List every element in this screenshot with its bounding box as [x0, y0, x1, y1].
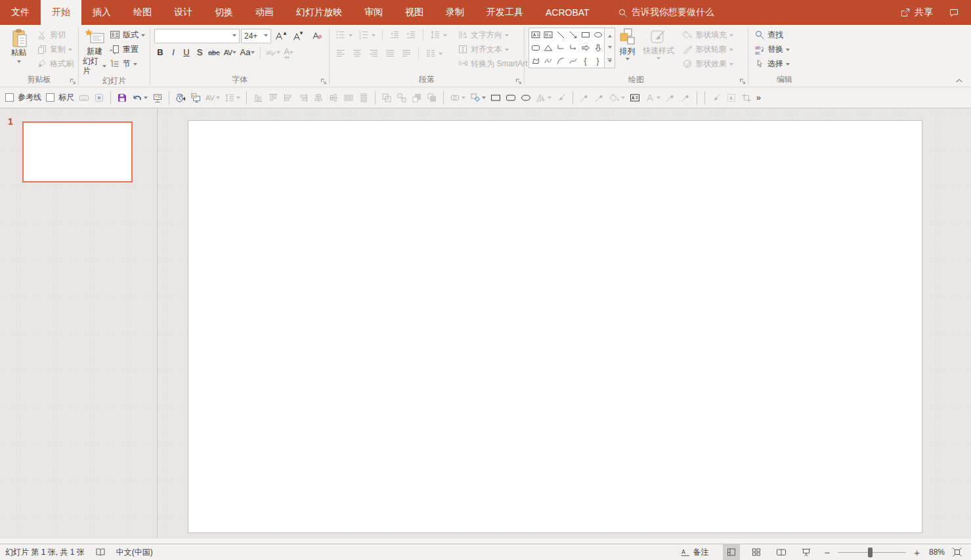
align-right-button[interactable]: [366, 46, 381, 60]
font-color-button[interactable]: A: [283, 45, 295, 60]
highlighter-tool-button[interactable]: [680, 93, 691, 103]
tab-design[interactable]: 设计: [163, 0, 204, 25]
ink-tools-button[interactable]: [556, 93, 567, 103]
shape-text-box-tool[interactable]: [529, 28, 542, 41]
align-bottom-button[interactable]: [253, 93, 263, 103]
tab-home[interactable]: 开始: [41, 0, 81, 25]
shape-rounded-rectangle-tool[interactable]: [529, 41, 542, 54]
fit-slide-to-window-button[interactable]: [949, 544, 966, 560]
select-objects-button[interactable]: [726, 93, 737, 103]
slide-counter[interactable]: 幻灯片 第 1 张, 共 1 张: [5, 544, 90, 560]
bold-button[interactable]: B: [154, 45, 166, 60]
zoom-slider[interactable]: [838, 552, 906, 553]
qat-format-painter-button[interactable]: [711, 93, 722, 103]
touch-keyboard-button[interactable]: [79, 93, 89, 103]
tab-developer[interactable]: 开发工具: [475, 0, 534, 25]
distribute-horizontally-button[interactable]: [343, 93, 354, 103]
shape-left-brace-tool[interactable]: {: [579, 54, 592, 68]
delete-ink-button[interactable]: [94, 93, 104, 103]
zoom-slider-handle[interactable]: [868, 548, 873, 557]
comments-icon[interactable]: [949, 7, 959, 18]
tab-view[interactable]: 视图: [394, 0, 435, 25]
align-objects-right-button[interactable]: [298, 93, 309, 103]
qat-font-color-button[interactable]: [645, 93, 660, 103]
section-button[interactable]: 节: [108, 56, 147, 71]
quick-styles-button[interactable]: 快速样式: [639, 28, 678, 62]
view-slide-sorter-button[interactable]: [748, 544, 765, 560]
tab-transitions[interactable]: 切换: [204, 0, 244, 25]
qat-shape-fill-button[interactable]: [609, 93, 625, 103]
save-button[interactable]: [117, 93, 127, 103]
italic-button[interactable]: I: [167, 45, 179, 60]
shrink-font-button[interactable]: ▼: [290, 29, 305, 43]
qat-text-box-button[interactable]: [630, 93, 640, 103]
clear-formatting-button[interactable]: [311, 29, 324, 43]
increase-indent-button[interactable]: [404, 28, 418, 42]
rounded-rectangle-tool-button[interactable]: [506, 93, 516, 103]
shape-arrow-tool[interactable]: [567, 28, 579, 41]
decrease-indent-button[interactable]: [387, 28, 402, 42]
tab-insert[interactable]: 插入: [81, 0, 122, 25]
tab-acrobat[interactable]: ACROBAT: [534, 0, 601, 25]
paragraph-dialog-launcher[interactable]: [515, 78, 522, 85]
align-center-horizontal-button[interactable]: [313, 93, 324, 103]
clipboard-dialog-launcher[interactable]: [70, 78, 76, 85]
zoom-in-button[interactable]: +: [911, 547, 922, 558]
shape-line-tool[interactable]: [554, 28, 567, 41]
slide-1-editing-surface[interactable]: [188, 120, 922, 533]
select-button[interactable]: 选择: [752, 56, 792, 71]
horizontal-scrollbar-strip[interactable]: [0, 538, 971, 544]
zoom-percent[interactable]: 88%: [922, 548, 949, 557]
eyedropper-fill-button[interactable]: [579, 93, 590, 103]
tab-review[interactable]: 审阅: [353, 0, 394, 25]
distribute-vertically-button[interactable]: [358, 93, 369, 103]
shape-right-arrow-tool[interactable]: [579, 41, 592, 54]
justify-button[interactable]: [383, 46, 397, 60]
rectangle-tool-button[interactable]: [490, 93, 501, 103]
qat-character-spacing-button[interactable]: AV: [205, 94, 220, 102]
text-shadow-button[interactable]: S: [194, 45, 205, 60]
guides-checkbox[interactable]: 参考线: [5, 92, 41, 103]
undo-button[interactable]: [132, 93, 148, 103]
shape-fill-button[interactable]: 形状填充: [680, 28, 735, 42]
tab-draw[interactable]: 绘图: [122, 0, 163, 25]
ungroup-objects-button[interactable]: [397, 93, 407, 103]
gallery-scroll-down[interactable]: [605, 41, 615, 54]
presenter-view-button[interactable]: [190, 93, 201, 103]
notes-toggle[interactable]: 备注: [675, 544, 714, 560]
tellme-search[interactable]: 告诉我你想要做什么: [618, 0, 714, 25]
shape-rectangle-tool[interactable]: [579, 28, 592, 41]
text-highlight-button[interactable]: [265, 45, 282, 60]
shape-curve-tool[interactable]: [567, 54, 579, 68]
format-painter-button[interactable]: 格式刷: [35, 56, 76, 71]
shape-vertical-text-box-tool[interactable]: [542, 28, 554, 41]
collapse-ribbon-button[interactable]: [955, 77, 963, 83]
shape-effects-button[interactable]: 形状效果: [680, 56, 735, 71]
find-button[interactable]: 查找: [752, 28, 785, 42]
paste-button[interactable]: 粘贴: [4, 28, 33, 65]
paste-dropdown[interactable]: [17, 60, 21, 65]
tab-file[interactable]: 文件: [0, 0, 41, 25]
more-commands-button[interactable]: »: [756, 93, 760, 102]
shape-arc-tool[interactable]: [554, 54, 567, 68]
shape-right-brace-tool[interactable]: }: [592, 54, 604, 68]
merge-shapes-button[interactable]: [450, 93, 465, 103]
character-spacing-button[interactable]: AV: [223, 45, 238, 60]
bullets-button[interactable]: [334, 28, 355, 42]
font-dialog-launcher[interactable]: [320, 78, 327, 85]
shape-elbow-arrow-connector-tool[interactable]: [567, 41, 579, 54]
oval-tool-button[interactable]: [521, 93, 531, 103]
rotate-flip-button[interactable]: [536, 93, 551, 103]
group-objects-button[interactable]: [381, 93, 392, 103]
copy-button[interactable]: 复制: [35, 42, 76, 56]
shape-freeform-tool[interactable]: [529, 54, 542, 68]
tab-slideshow[interactable]: 幻灯片放映: [285, 0, 353, 25]
gallery-more-button[interactable]: [605, 54, 615, 68]
change-case-button[interactable]: Aa: [239, 45, 256, 60]
new-slide-button[interactable]: 新建 幻灯片: [83, 28, 106, 76]
send-backward-button[interactable]: [427, 93, 437, 103]
align-left-button[interactable]: [334, 46, 348, 60]
eyedropper-outline-button[interactable]: [594, 93, 605, 103]
layout-button[interactable]: 版式: [108, 28, 147, 42]
ruler-checkbox-box[interactable]: [46, 93, 54, 102]
